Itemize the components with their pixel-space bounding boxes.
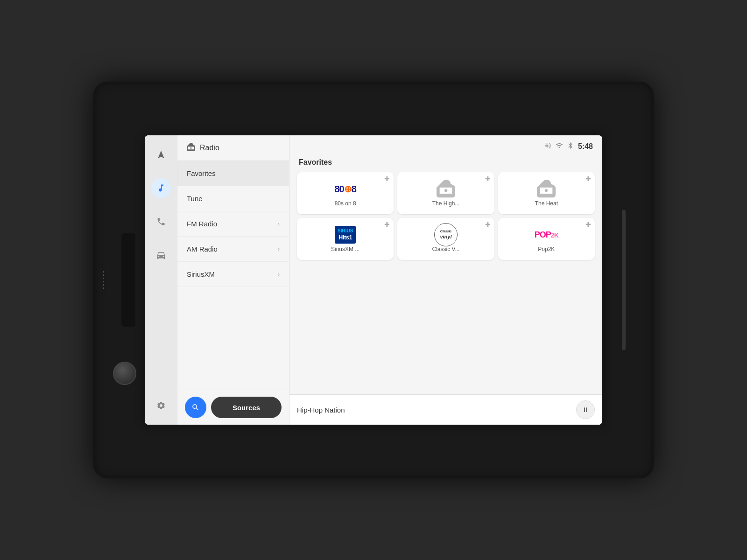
- status-icons: 5:48: [544, 142, 593, 151]
- add-icon-highway[interactable]: ✚: [485, 175, 491, 182]
- search-button[interactable]: [185, 397, 206, 418]
- sidebar-icon-phone[interactable]: [151, 212, 171, 231]
- fm-radio-chevron: ›: [278, 221, 280, 227]
- favorite-card-the-heat[interactable]: ✚ The Heat: [498, 172, 595, 214]
- sidebar-icon-music[interactable]: [151, 178, 171, 198]
- menu-header: Radio: [177, 135, 289, 161]
- favorites-grid: ✚ 80⊕8 80s on 8 ✚: [297, 172, 595, 260]
- favorite-card-pop2k[interactable]: ✚ POP2K Pop2K: [498, 218, 595, 260]
- radio-header-icon: [187, 143, 195, 153]
- favorite-card-siriusxm[interactable]: ✚ SIRIUS Hits1 SiriusXM ...: [297, 218, 394, 260]
- station-logo-classic-vinyl: Classicvinyl: [430, 225, 462, 244]
- station-logo-highway: [430, 180, 462, 198]
- add-icon-siriusxm[interactable]: ✚: [384, 221, 390, 228]
- siriusxm-chevron: ›: [278, 271, 280, 278]
- menu-items-list: Favorites Tune FM Radio › AM Radio ›: [177, 161, 289, 390]
- now-playing-title: Hip-Hop Nation: [297, 406, 345, 414]
- add-icon-classic-vinyl[interactable]: ✚: [485, 221, 491, 228]
- main-content: Radio Favorites Tune FM Radio ›: [177, 135, 602, 425]
- sidebar-icon-settings[interactable]: [151, 396, 171, 415]
- menu-item-am-radio[interactable]: AM Radio ›: [177, 237, 289, 262]
- station-name-siriusxm: SiriusXM ...: [331, 246, 359, 252]
- station-logo-pop2k: POP2K: [530, 225, 563, 244]
- station-name-pop2k: Pop2K: [538, 246, 555, 252]
- station-logo-80s: 80⊕8: [329, 180, 362, 198]
- station-name-highway: The High...: [432, 200, 460, 207]
- add-icon-pop2k[interactable]: ✚: [585, 221, 591, 228]
- station-name-classic-vinyl: Classic V...: [432, 246, 460, 252]
- now-playing-bar: Hip-Hop Nation ⏸: [289, 394, 602, 425]
- menu-item-tune[interactable]: Tune: [177, 186, 289, 211]
- favorite-card-classic-vinyl[interactable]: ✚ Classicvinyl Classic V...: [397, 218, 494, 260]
- add-icon-80s[interactable]: ✚: [384, 175, 390, 182]
- content-panel: 5:48 Favorites ✚ 80⊕8: [289, 135, 602, 425]
- favorite-card-80s-on-8[interactable]: ✚ 80⊕8 80s on 8: [297, 172, 394, 214]
- station-logo-siriusxm: SIRIUS Hits1: [329, 225, 362, 244]
- am-radio-chevron: ›: [278, 246, 280, 252]
- menu-item-am-radio-label: AM Radio: [187, 245, 218, 253]
- menu-header-title: Radio: [200, 144, 219, 152]
- sidebar: [145, 135, 177, 425]
- pause-icon: ⏸: [582, 406, 589, 413]
- car-bezel: Radio Favorites Tune FM Radio ›: [93, 82, 654, 478]
- station-name-80s: 80s on 8: [335, 200, 356, 207]
- sources-button[interactable]: Sources: [211, 397, 282, 418]
- menu-item-siriusxm-label: SiriusXM: [187, 270, 215, 278]
- menu-panel: Radio Favorites Tune FM Radio ›: [177, 135, 289, 425]
- favorites-section: Favorites ✚ 80⊕8 80s on 8: [289, 154, 602, 264]
- add-icon-heat[interactable]: ✚: [585, 175, 591, 182]
- menu-item-fm-radio[interactable]: FM Radio ›: [177, 211, 289, 237]
- mute-icon: [544, 142, 552, 151]
- menu-item-favorites[interactable]: Favorites: [177, 161, 289, 186]
- bluetooth-icon: [567, 142, 574, 151]
- favorite-card-the-highway[interactable]: ✚ The High...: [397, 172, 494, 214]
- menu-item-fm-radio-label: FM Radio: [187, 220, 217, 228]
- menu-item-siriusxm[interactable]: SiriusXM ›: [177, 262, 289, 287]
- sources-button-label: Sources: [233, 404, 260, 412]
- sidebar-icon-car[interactable]: [151, 245, 171, 265]
- station-name-heat: The Heat: [535, 200, 558, 207]
- menu-item-tune-label: Tune: [187, 195, 203, 203]
- menu-item-favorites-label: Favorites: [187, 169, 216, 177]
- wifi-icon: [556, 142, 563, 151]
- decorative-dots-left: [103, 271, 104, 289]
- screen: Radio Favorites Tune FM Radio ›: [145, 135, 602, 425]
- pause-button[interactable]: ⏸: [576, 400, 595, 419]
- screen-inner: Radio Favorites Tune FM Radio ›: [145, 135, 602, 425]
- volume-knob[interactable]: [113, 362, 136, 385]
- menu-footer: Sources: [177, 390, 289, 425]
- content-header: 5:48: [289, 135, 602, 154]
- time-display: 5:48: [578, 142, 593, 151]
- station-logo-heat: [530, 180, 563, 198]
- favorites-title: Favorites: [297, 158, 595, 167]
- sidebar-icon-navigation[interactable]: [151, 145, 171, 164]
